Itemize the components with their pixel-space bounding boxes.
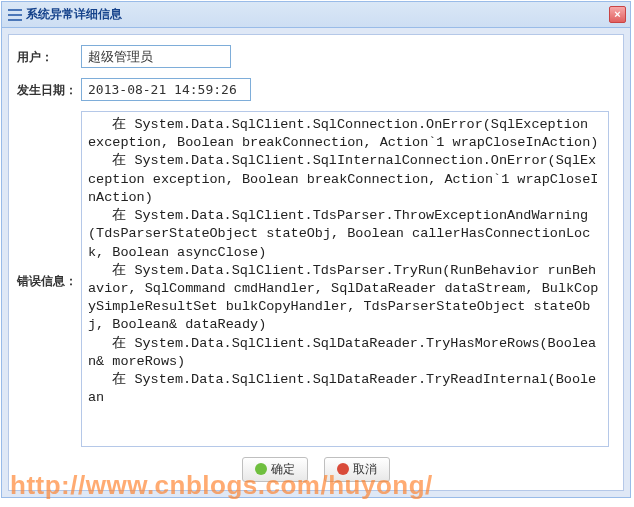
date-row: 发生日期： bbox=[17, 78, 615, 101]
app-icon bbox=[8, 9, 22, 21]
dialog-titlebar[interactable]: 系统异常详细信息 × bbox=[2, 2, 630, 28]
date-field[interactable] bbox=[81, 78, 251, 101]
ok-label: 确定 bbox=[271, 462, 295, 476]
button-bar: 确定 取消 bbox=[17, 451, 615, 484]
form-panel: 用户： 发生日期： 错误信息： 在 System.Data.SqlClient.… bbox=[8, 34, 624, 491]
cancel-label: 取消 bbox=[353, 462, 377, 476]
cancel-button[interactable]: 取消 bbox=[324, 457, 390, 482]
ok-button[interactable]: 确定 bbox=[242, 457, 308, 482]
user-row: 用户： bbox=[17, 45, 615, 68]
dialog-body: 用户： 发生日期： 错误信息： 在 System.Data.SqlClient.… bbox=[2, 28, 630, 497]
close-icon: × bbox=[614, 8, 620, 20]
error-textarea[interactable]: 在 System.Data.SqlClient.SqlConnection.On… bbox=[81, 111, 609, 447]
check-icon bbox=[255, 463, 267, 475]
close-button[interactable]: × bbox=[609, 6, 626, 23]
error-label: 错误信息： bbox=[17, 269, 81, 290]
error-row: 错误信息： 在 System.Data.SqlClient.SqlConnect… bbox=[17, 111, 615, 447]
dialog-title: 系统异常详细信息 bbox=[26, 6, 122, 23]
exception-dialog: 系统异常详细信息 × 用户： 发生日期： 错误信息： 在 System.Data… bbox=[1, 1, 631, 498]
cancel-icon bbox=[337, 463, 349, 475]
date-label: 发生日期： bbox=[17, 78, 81, 99]
user-label: 用户： bbox=[17, 45, 81, 66]
user-field[interactable] bbox=[81, 45, 231, 68]
